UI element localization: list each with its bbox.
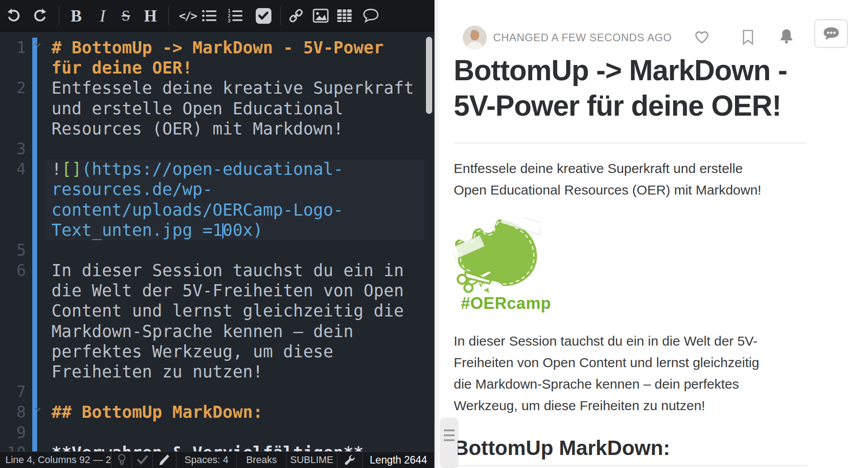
fold-gutter — [26, 362, 46, 382]
bookmark-button[interactable] — [742, 29, 754, 48]
code-line-text[interactable] — [46, 423, 425, 443]
code-token: content/uploads/OERCamp-Logo- — [52, 200, 344, 220]
code-line-text[interactable]: ## BottomUp MarkDown: — [46, 402, 425, 422]
indent-setting[interactable]: Spaces: 4 — [176, 452, 237, 468]
code-line[interactable]: 7 — [0, 382, 434, 402]
code-line[interactable]: 9 — [0, 423, 434, 443]
code-line-text[interactable]: Content und lernst gleichzeitig die — [46, 301, 425, 321]
bookmark-icon — [742, 29, 754, 46]
svg-text:2: 2 — [228, 13, 231, 18]
link-button[interactable] — [284, 0, 309, 31]
line-number — [0, 220, 26, 240]
code-line-text[interactable]: resources.de/wp- — [46, 179, 425, 199]
code-line[interactable]: perfektes Werkzeug, um diese — [0, 342, 434, 362]
toolbar-separator — [280, 6, 281, 26]
code-line[interactable]: Content und lernst gleichzeitig die — [0, 301, 434, 321]
code-line[interactable]: 3 — [0, 139, 434, 159]
task-list-button[interactable] — [251, 0, 276, 31]
code-line[interactable]: die Welt der 5V-Freiheiten von Open — [0, 281, 434, 301]
code-line-text[interactable] — [46, 139, 425, 159]
fold-toggle[interactable] — [26, 402, 46, 422]
line-number — [0, 342, 26, 362]
fold-gutter — [26, 220, 46, 240]
oercamp-logo — [454, 217, 541, 296]
code-line[interactable]: Text_unten.jpg =100x) — [0, 220, 434, 240]
fold-toggle[interactable] — [26, 38, 46, 58]
code-line[interactable]: für deine OER! — [0, 58, 434, 78]
undo-button[interactable] — [1, 0, 26, 31]
lightbulb-icon — [117, 454, 127, 466]
theme-toggle[interactable] — [153, 452, 176, 468]
code-line[interactable]: und erstelle Open Educational — [0, 99, 434, 119]
fold-gutter — [26, 443, 46, 452]
code-line-text[interactable]: die Welt der 5V-Freiheiten von Open — [46, 281, 425, 301]
code-line-text[interactable] — [46, 382, 425, 402]
night-mode-toggle[interactable] — [112, 452, 132, 468]
comment-button[interactable] — [358, 0, 383, 31]
code-line-text[interactable]: Markdown-Sprache kennen – dein — [46, 321, 425, 342]
line-number — [0, 281, 26, 301]
fold-gutter — [26, 423, 46, 443]
code-line-text[interactable] — [46, 240, 425, 260]
code-line-text[interactable]: für deine OER! — [46, 58, 425, 78]
code-line[interactable]: 1# BottomUp -> MarkDown - 5V-Power — [0, 38, 434, 58]
redo-button[interactable] — [27, 0, 52, 31]
bullet-list-icon — [202, 9, 217, 23]
code-line[interactable]: resources.de/wp- — [0, 179, 434, 199]
code-line[interactable]: 6In dieser Session tauchst du ein in — [0, 260, 434, 281]
code-line-text[interactable]: Text_unten.jpg =100x) — [46, 220, 425, 240]
table-button[interactable] — [332, 0, 357, 31]
linebreak-setting[interactable]: Breaks — [237, 452, 287, 468]
spellcheck-toggle[interactable] — [132, 452, 153, 468]
code-line-text[interactable]: In dieser Session tauchst du ein in — [46, 260, 425, 281]
code-button-label: </> — [179, 9, 196, 22]
like-button[interactable] — [693, 29, 710, 47]
code-line[interactable]: Freiheiten zu nutzen! — [0, 362, 434, 382]
code-line-text[interactable]: Freiheiten zu nutzen! — [46, 362, 425, 382]
ordered-list-button[interactable]: 123 — [223, 0, 248, 31]
comments-button[interactable] — [814, 19, 848, 48]
code-line-text[interactable]: # BottomUp -> MarkDown - 5V-Power — [46, 38, 425, 58]
code-line[interactable]: 2Entfessele deine kreative Superkraft — [0, 78, 434, 98]
code-editor[interactable]: 1# BottomUp -> MarkDown - 5V-Powerfür de… — [0, 31, 434, 452]
heart-icon — [693, 29, 710, 45]
fold-gutter — [26, 301, 46, 321]
editor-scrollbar[interactable] — [426, 37, 432, 114]
keymap-setting[interactable]: SUBLIME — [287, 452, 337, 468]
code-line-text[interactable]: perfektes Werkzeug, um diese — [46, 342, 425, 362]
preferences[interactable] — [337, 452, 363, 468]
code-token: Text_unten.jpg =1 — [52, 221, 223, 240]
code-line-text[interactable]: Entfessele deine kreative Superkraft — [46, 78, 425, 98]
code-line[interactable]: 10**Verwahren & Vervielfältigen** — [0, 443, 434, 452]
code-line-text[interactable]: **Verwahren & Vervielfältigen** — [46, 443, 425, 452]
subscribe-button[interactable] — [778, 28, 795, 48]
pane-resize-handle[interactable] — [441, 418, 458, 467]
fold-gutter — [26, 119, 46, 139]
code-line[interactable]: content/uploads/OERCamp-Logo- — [0, 200, 434, 220]
bullet-list-button[interactable] — [197, 0, 222, 31]
code-line[interactable]: Markdown-Sprache kennen – dein — [0, 321, 434, 342]
code-line[interactable]: 5 — [0, 240, 434, 260]
line-number — [0, 179, 26, 199]
line-number: 7 — [0, 382, 26, 402]
code-line[interactable]: 4![](https://open-educational- — [0, 159, 434, 179]
code-line-text[interactable]: Resources (OER) mit Markdown! — [46, 119, 425, 139]
fold-gutter — [26, 99, 46, 119]
code-token: # BottomUp -> MarkDown - 5V-Power — [52, 38, 384, 57]
code-line[interactable]: Resources (OER) mit Markdown! — [0, 119, 434, 139]
code-token: ## BottomUp MarkDown: — [52, 403, 263, 422]
bold-button[interactable]: B — [64, 0, 89, 31]
image-button[interactable] — [308, 0, 333, 31]
code-line-text[interactable]: und erstelle Open Educational — [46, 99, 425, 119]
code-token: und erstelle Open Educational — [52, 99, 344, 118]
code-line[interactable]: 8## BottomUp MarkDown: — [0, 402, 434, 422]
italic-button[interactable]: I — [90, 0, 115, 31]
fold-gutter — [26, 139, 46, 159]
keymap-setting-label: SUBLIME — [290, 454, 334, 466]
heading-button[interactable]: H — [138, 0, 163, 31]
editor-pane: BISH</>123 1# BottomUp -> MarkDown - 5V-… — [0, 0, 434, 468]
strikethrough-button[interactable]: S — [113, 0, 138, 31]
code-line-text[interactable]: ![](https://open-educational- — [46, 159, 425, 179]
code-line-text[interactable]: content/uploads/OERCamp-Logo- — [46, 200, 425, 220]
fold-gutter — [26, 179, 46, 199]
